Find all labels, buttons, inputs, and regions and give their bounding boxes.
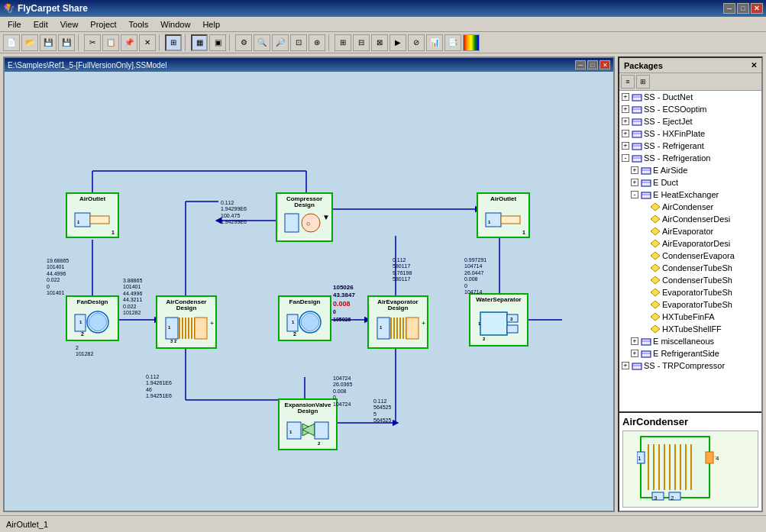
tree-item-label: CondenserTubeSh <box>662 276 732 285</box>
tree-item[interactable]: +SS - TRPCompressor <box>619 360 761 372</box>
tree-item[interactable]: CondenserEvapora <box>619 250 761 262</box>
water-separator-box[interactable]: WaterSeparator 1 2 3 <box>469 293 528 347</box>
close-button[interactable]: ✕ <box>751 3 763 14</box>
packages-panel: Packages ✕ ≡ ⊞ +SS - DuctNet+SS - ECSOop… <box>618 56 763 512</box>
expansion-valve-box[interactable]: ExpansionValve Design 1 2 <box>278 398 338 450</box>
tree-expand-icon[interactable]: + <box>630 349 639 358</box>
tree-expand-icon[interactable]: + <box>621 361 630 370</box>
zoom-custom-button[interactable]: ⊛ <box>309 34 325 51</box>
packages-close-button[interactable]: ✕ <box>751 61 757 69</box>
new-button[interactable]: 📄 <box>3 34 20 51</box>
menu-tools[interactable]: Tools <box>123 18 155 31</box>
tree-item[interactable]: EvaporatorTubeSh <box>619 286 761 298</box>
open-button[interactable]: 📂 <box>21 34 38 51</box>
flow-fan1-in: 19.68865 101401 44.4996 0.022 0 101401 <box>47 258 69 296</box>
tree-item[interactable]: +SS - EjectJet <box>619 115 761 127</box>
tree-item-label: E RefrigerantSide <box>653 349 719 358</box>
fan-design-2-box[interactable]: FanDesign 1 2 <box>278 295 331 341</box>
grid-button[interactable]: ⊞ <box>165 34 182 51</box>
compressor-label2: Design <box>294 202 315 208</box>
tree-item[interactable]: AirEvaporator <box>619 225 761 237</box>
tree-item[interactable]: HXTubeFinFA <box>619 311 761 323</box>
chart-button[interactable]: 📊 <box>426 34 443 51</box>
diagram-title: E:\Samples\Ref1_5-[FullVersionOnly].SSMo… <box>8 61 166 69</box>
report-button[interactable]: 📑 <box>444 34 461 51</box>
tree-item[interactable]: +E miscellaneous <box>619 335 761 347</box>
save-as-button[interactable]: 💾 <box>58 34 75 51</box>
color-button[interactable] <box>463 34 480 51</box>
sep2 <box>159 34 162 51</box>
tree-item[interactable]: +SS - ECSOoptim <box>619 103 761 115</box>
view2-button[interactable]: ▣ <box>209 34 226 51</box>
tree-expand-icon[interactable]: + <box>630 166 639 175</box>
packages-view1[interactable]: ≡ <box>621 75 635 89</box>
air-condenser-design-box[interactable]: AirCondenser Design 1 3 2 + <box>156 295 217 349</box>
tree-expand-icon[interactable]: + <box>630 337 639 346</box>
tree-expand-icon[interactable]: + <box>630 178 639 187</box>
tree-item[interactable]: HXTubeShellFF <box>619 323 761 335</box>
menu-help[interactable]: Help <box>196 18 226 31</box>
tree-item[interactable]: -E HeatExchanger <box>619 189 761 201</box>
view1-button[interactable]: ▦ <box>191 34 208 51</box>
tree-expand-icon[interactable]: - <box>621 153 630 163</box>
svg-marker-93 <box>651 313 660 321</box>
maximize-button[interactable]: □ <box>737 3 749 14</box>
zoom-fit-button[interactable]: ⊡ <box>290 34 307 51</box>
compressor-design-box[interactable]: Compressor Design ○ ▼ <box>276 192 333 242</box>
tree-item[interactable]: CondenserTubeSh <box>619 262 761 274</box>
tree-item[interactable]: +E RefrigerantSide <box>619 347 761 360</box>
menu-view[interactable]: View <box>54 18 85 31</box>
tree-item[interactable]: AirEvaporatorDesi <box>619 237 761 250</box>
paste-button[interactable]: 📌 <box>121 34 137 51</box>
copy-button[interactable]: 📋 <box>102 34 119 51</box>
packages-tree[interactable]: +SS - DuctNet+SS - ECSOoptim+SS - EjectJ… <box>619 91 761 411</box>
svg-rect-97 <box>642 351 651 357</box>
fan-design-1-box[interactable]: FanDesign 1 2 <box>66 295 119 341</box>
table-button[interactable]: ⊞ <box>335 34 351 51</box>
menu-edit[interactable]: Edit <box>27 18 54 31</box>
minimize-button[interactable]: ─ <box>723 3 735 14</box>
zoom-out-button[interactable]: 🔎 <box>272 34 289 51</box>
air-evaporator-design-box[interactable]: AirEvaporator Design 1 + <box>367 295 428 349</box>
menu-file[interactable]: File <box>2 18 27 31</box>
pkg-icon <box>641 348 651 359</box>
menu-project[interactable]: Project <box>84 18 122 31</box>
tree-expand-icon[interactable]: + <box>621 129 630 138</box>
stop-button[interactable]: ⊘ <box>408 34 425 51</box>
tree-item[interactable]: AirCondenser <box>619 201 761 213</box>
tree-expand-icon[interactable]: - <box>630 190 639 199</box>
run-button[interactable]: ▶ <box>389 34 406 51</box>
connect-button[interactable]: ⊟ <box>353 34 370 51</box>
air-outlet-1-box[interactable]: AirOutlet 1 ≡ 1 <box>66 192 119 238</box>
air-outlet-2-box[interactable]: AirOutlet 1 1 <box>477 192 530 238</box>
tree-item[interactable]: +SS - HXFinPlate <box>619 127 761 140</box>
tree-expand-icon[interactable]: + <box>621 141 630 150</box>
tree-expand-icon[interactable]: + <box>621 117 630 126</box>
tree-item[interactable]: +E AirSide <box>619 164 761 176</box>
tree-item[interactable]: EvaporatorTubeSh <box>619 298 761 311</box>
zoom-in-button[interactable]: 🔍 <box>254 34 270 51</box>
svg-rect-99 <box>632 363 642 369</box>
tree-expand-icon[interactable]: + <box>621 92 630 102</box>
menu-window[interactable]: Window <box>154 18 196 31</box>
svg-text:3: 3 <box>654 495 658 501</box>
packages-view2[interactable]: ⊞ <box>636 75 650 89</box>
diagram-maximize[interactable]: □ <box>587 60 598 69</box>
diagram-close[interactable]: ✕ <box>600 60 610 69</box>
tree-item[interactable]: +E Duct <box>619 176 761 189</box>
tree-item[interactable]: -SS - Refrigeration <box>619 152 761 164</box>
air-outlet-2-port: 1 <box>522 230 525 235</box>
tree-item[interactable]: CondenserTubeSh <box>619 274 761 286</box>
tree-item[interactable]: +SS - DuctNet <box>619 91 761 103</box>
svg-rect-23 <box>285 214 299 232</box>
delete-button[interactable]: ✕ <box>139 34 156 51</box>
cut-button[interactable]: ✂ <box>84 34 101 51</box>
diagram-minimize[interactable]: ─ <box>575 60 586 69</box>
tree-item[interactable]: +SS - Refrigerant <box>619 140 761 152</box>
tree-item[interactable]: AirCondenserDesi <box>619 213 761 225</box>
tree-expand-icon[interactable]: + <box>621 105 630 114</box>
save-button[interactable]: 💾 <box>40 34 57 51</box>
tree-expand-icon <box>639 202 648 211</box>
model-button[interactable]: ⊠ <box>371 34 388 51</box>
tool1[interactable]: ⚙ <box>235 34 252 51</box>
